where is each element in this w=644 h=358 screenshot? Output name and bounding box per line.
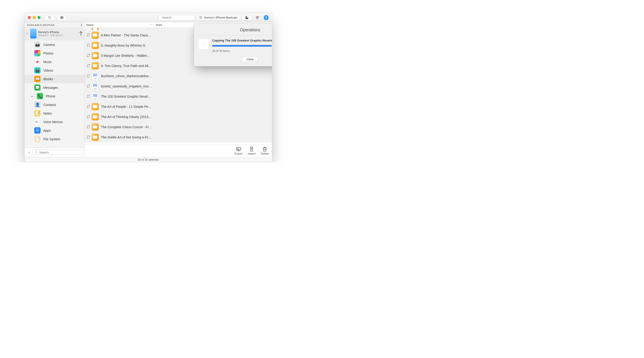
svg-rect-8	[82, 33, 82, 33]
refresh-button[interactable]	[45, 15, 55, 21]
iphone-icon	[30, 29, 36, 39]
book-icon	[92, 28, 99, 30]
sidebar-item-phone[interactable]: ▶📞Phone	[24, 92, 84, 100]
sidebar-item-notes[interactable]: 📝Notes	[24, 109, 84, 118]
operations-popover: Operations Copying The 100 Greatest Grap…	[194, 23, 272, 66]
music-icon	[34, 59, 40, 65]
row-title: 8 Alex Palmer - The Santa Claus…	[101, 33, 151, 37]
import-icon	[249, 147, 254, 152]
wifi-transfer-button[interactable]	[254, 15, 261, 21]
book-icon	[92, 32, 99, 39]
row-title: The 100 Greatest Graphic Novels…	[101, 95, 152, 98]
book-icon	[92, 134, 99, 141]
minimize-window-button[interactable]	[33, 16, 36, 19]
disclosure-icon: ▶	[32, 95, 33, 97]
sidebar-item-label: Voice Memos	[43, 120, 63, 124]
sidebar-item-camera[interactable]: 📷Camera	[24, 40, 84, 49]
delete-button[interactable]: Delete	[260, 147, 269, 155]
sidebar-item-photos[interactable]: Photos	[24, 49, 84, 58]
svg-point-0	[62, 17, 62, 18]
export-button[interactable]: Export	[235, 147, 243, 155]
sidebar-search[interactable]	[33, 150, 82, 155]
table-row[interactable]: The Art of People - 11 Simple Peo…	[85, 102, 272, 112]
close-window-button[interactable]	[28, 16, 31, 19]
table-row[interactable]: The Art of Thinking Clearly (2013…	[85, 112, 272, 122]
toolbar-search[interactable]	[159, 15, 195, 21]
sidebar-item-label: Photos	[43, 52, 54, 55]
sync-icon	[85, 95, 92, 99]
svg-point-3	[257, 19, 258, 19]
table-row[interactable]: The Subtle Art of Not Giving a Fc…	[85, 132, 272, 142]
table-row[interactable]: The 100 Greatest Graphic Novels…	[85, 91, 272, 102]
table-row[interactable]: The Complete Chess Course - Fr…	[85, 122, 272, 132]
camera-icon: 📷	[34, 42, 40, 48]
pie-icon	[245, 16, 249, 20]
videos-icon: 🎬	[34, 67, 40, 74]
zoom-window-button[interactable]	[38, 16, 40, 19]
sidebar-item-label: Contacts	[43, 103, 56, 107]
messages-icon: 💬	[34, 84, 40, 91]
table-row[interactable]: Bucherer_Uhren_Markenzuteilung…	[85, 71, 272, 81]
apps-icon: Ⓐ	[34, 127, 40, 134]
row-title: 9 Margot Lee Shetterly - Hidden…	[101, 54, 150, 58]
row-title: 9. Tom Clancy, True Faith and All…	[101, 64, 152, 68]
row-title: 8. Naughty Boss by Whitney G.	[101, 44, 146, 47]
table-row[interactable]: lorentz_casestudy_irrigation_mor…	[85, 81, 272, 91]
file-system-icon: 📄	[34, 136, 40, 142]
clear-button[interactable]: Clear	[242, 56, 258, 62]
notes-icon: 📝	[34, 110, 40, 116]
sidebar-item-label: Phone	[46, 94, 55, 98]
toolbar-search-input[interactable]	[162, 16, 201, 19]
sidebar-item-label: Videos	[43, 69, 53, 72]
usb-icon	[80, 31, 82, 36]
sidebar-item-videos[interactable]: 🎬Videos	[24, 66, 84, 75]
import-button[interactable]: Import	[248, 147, 256, 155]
device-subtitle: iPhone 7 - iOS 10.3.2	[38, 34, 62, 37]
svg-line-10	[37, 153, 38, 154]
pdf-icon	[92, 83, 99, 90]
sync-icon	[85, 135, 92, 139]
sidebar-item-ibooks[interactable]: 📖iBooks	[24, 75, 84, 83]
refresh-icon	[48, 16, 52, 19]
sidebar-item-music[interactable]: Music	[24, 58, 84, 66]
column-header-name[interactable]: Name ⌃	[85, 22, 154, 28]
operations-title: Operations	[198, 28, 272, 33]
operation-item: Copying The 100 Greatest Graphic Novels …	[198, 39, 272, 53]
progress-bar	[212, 45, 272, 47]
row-title: Bucherer_Uhren_Markenzuteilung…	[101, 74, 152, 78]
sidebar-search-input[interactable]	[39, 151, 80, 154]
disclosure-icon: ▼	[26, 33, 28, 35]
app-window: Kenny's iPhone Backups ? AVAILABLE DEVIC…	[24, 13, 272, 162]
phone-icon: 📞	[37, 93, 43, 99]
preview-button[interactable]	[57, 15, 67, 21]
sidebar-item-contacts[interactable]: 👤Contacts	[24, 100, 84, 109]
sidebar-item-label: Notes	[43, 112, 52, 115]
sidebar-item-messages[interactable]: 💬Messages	[24, 83, 84, 92]
book-icon	[92, 62, 99, 69]
sidebar-item-voice-memos[interactable]: Voice Memos	[24, 118, 84, 126]
backups-label: Kenny's iPhone Backups	[204, 16, 238, 19]
add-button[interactable]: ＋	[27, 150, 30, 155]
svg-marker-6	[80, 31, 81, 32]
sidebar-item-label: Messages	[43, 86, 58, 90]
device-name: Kenny's iPhone	[38, 30, 62, 34]
sync-icon	[85, 125, 92, 129]
sidebar-item-label: iBooks	[43, 77, 53, 81]
sidebar-item-apps[interactable]: ⒶApps	[24, 126, 84, 135]
operations-button[interactable]	[242, 15, 252, 21]
row-title: lorentz_casestudy_irrigation_mor…	[101, 84, 152, 88]
contacts-icon: 👤	[34, 102, 40, 108]
sidebar-item-file-system[interactable]: 📄File System	[24, 135, 84, 143]
wifi-icon	[255, 15, 260, 20]
sidebar-item-label: Camera	[43, 43, 55, 47]
device-row[interactable]: ▼ Kenny's iPhone iPhone 7 - iOS 10.3.2	[24, 27, 84, 40]
operation-task: Copying The 100 Greatest Graphic Novels …	[212, 39, 272, 42]
help-button[interactable]: ?	[264, 15, 269, 20]
export-icon	[236, 147, 241, 152]
sidebar-item-label: Apps	[43, 129, 51, 132]
book-icon	[204, 44, 204, 44]
backups-button[interactable]: Kenny's iPhone Backups	[197, 15, 240, 21]
voice-memos-icon	[34, 119, 40, 125]
sync-icon	[85, 64, 92, 68]
sync-icon	[85, 54, 92, 58]
